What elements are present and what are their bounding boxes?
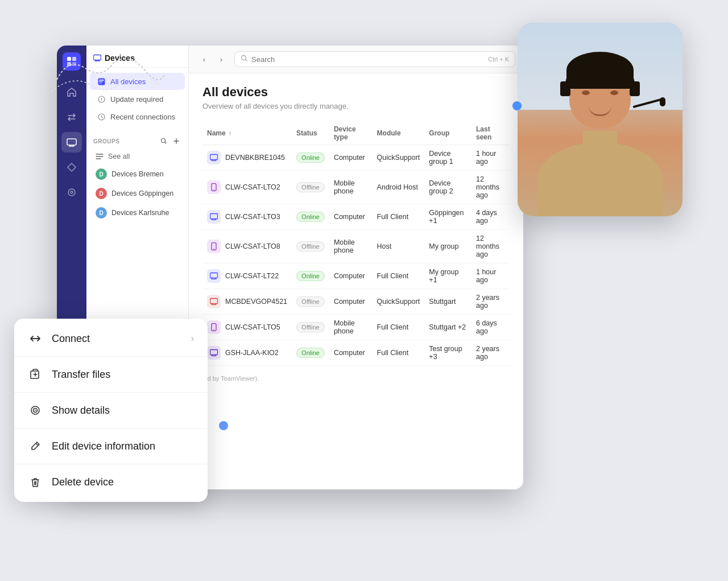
table-row[interactable]: CLW-CSAT-LTO3 Online Computer Full Clien…	[202, 204, 510, 230]
context-menu: Connect › Transfer files Show details Ed…	[14, 319, 208, 502]
col-module[interactable]: Module	[373, 122, 425, 145]
nav-circle-icon[interactable]	[61, 182, 82, 203]
device-type-cell: Computer	[329, 145, 373, 171]
delete-device-label: Delete device	[52, 476, 114, 488]
col-last-seen[interactable]: Last seen	[471, 122, 510, 145]
sidebar-item-update-required[interactable]: Update required	[90, 90, 185, 108]
last-seen-cell: 12 months ago	[471, 230, 510, 263]
context-menu-show-details[interactable]: Show details	[14, 395, 208, 426]
transfer-files-label: Transfer files	[52, 369, 110, 381]
group-cell: Test group +3	[424, 340, 471, 366]
see-all-label: See all	[108, 153, 130, 160]
table-row[interactable]: CLW-CSAT-LTO2 Offline Mobile phone Andro…	[202, 171, 510, 204]
nav-devices-icon[interactable]	[61, 132, 82, 153]
svg-rect-1	[72, 57, 76, 61]
recent-connections-icon	[97, 112, 106, 121]
show-details-icon	[28, 403, 43, 418]
svg-rect-27	[210, 350, 218, 355]
group-item-bremen[interactable]: D Devices Bremen	[89, 165, 186, 183]
edit-device-icon	[28, 439, 43, 454]
sidebar-nav: All devices Update required Recent conne…	[86, 68, 188, 130]
device-type-cell: Computer	[329, 340, 373, 366]
search-groups-button[interactable]	[159, 136, 169, 146]
last-seen-cell: 1 hour ago	[471, 263, 510, 289]
device-type-cell: Mobile phone	[329, 315, 373, 340]
group-item-goeppingen[interactable]: D Devices Göppingen	[89, 184, 186, 203]
back-button[interactable]: ‹	[197, 52, 212, 67]
group-karlsruhe-label: Devices Karlsruhe	[111, 209, 169, 217]
menu-divider-3	[14, 428, 208, 428]
group-item-karlsruhe[interactable]: D Devices Karlsruhe	[89, 204, 186, 222]
svg-rect-10	[99, 81, 103, 82]
col-group[interactable]: Group	[424, 122, 471, 145]
device-name: CLW-CSAT-LTO2	[225, 183, 280, 191]
svg-point-16	[242, 56, 246, 60]
status-badge: Online	[296, 153, 325, 163]
status-badge: Offline	[296, 182, 325, 192]
table-row[interactable]: MCBDEVGOP4521 Offline Computer QuickSupp…	[202, 289, 510, 315]
context-menu-transfer-files[interactable]: Transfer files	[14, 359, 208, 390]
context-menu-delete-device[interactable]: Delete device	[14, 467, 208, 497]
last-seen-cell: 2 years ago	[471, 340, 510, 366]
svg-rect-11	[99, 83, 102, 84]
connection-dot-1	[512, 101, 522, 110]
add-group-button[interactable]	[171, 136, 181, 146]
status-badge: Offline	[296, 322, 325, 332]
table-body: DEVNBKBRE1045 Online Computer QuickSuppo…	[202, 145, 510, 366]
nav-diamond-icon[interactable]	[61, 157, 82, 178]
device-name: CLW-CSAT-LTO8	[225, 242, 280, 250]
all-devices-icon	[97, 77, 106, 86]
table-row[interactable]: CLW-CSAT-LTO8 Offline Mobile phone Host …	[202, 230, 510, 263]
svg-rect-20	[210, 214, 218, 219]
col-device-type[interactable]: Device type	[329, 122, 373, 145]
svg-rect-7	[94, 55, 101, 60]
delete-device-icon	[28, 475, 43, 489]
sidebar-item-recent-connections[interactable]: Recent connections	[90, 108, 185, 125]
search-icon	[241, 55, 248, 64]
device-type-cell: Computer	[329, 204, 373, 230]
profile-image	[518, 23, 682, 216]
groups-actions	[159, 136, 181, 146]
devices-table: Name ↑ Status Device type Module Group L…	[202, 122, 510, 366]
svg-point-6	[71, 191, 73, 193]
connect-chevron: ›	[191, 333, 194, 344]
module-cell: Android Host	[373, 171, 425, 204]
module-cell: QuickSupport	[373, 145, 425, 171]
device-type-cell: Computer	[329, 263, 373, 289]
sidebar-devices-header-icon	[93, 54, 101, 62]
table-row[interactable]: DEVNBKBRE1045 Online Computer QuickSuppo…	[202, 145, 510, 171]
table-row[interactable]: CLW-CSAT-LT22 Online Computer Full Clien…	[202, 263, 510, 289]
svg-rect-0	[67, 57, 71, 61]
nav-transfer-icon[interactable]	[61, 107, 82, 127]
nav-home-icon[interactable]	[61, 82, 82, 102]
search-input[interactable]	[251, 55, 485, 64]
logo-icon	[66, 56, 77, 67]
table-row[interactable]: CLW-CSAT-LTO5 Offline Mobile phone Full …	[202, 315, 510, 340]
menu-divider-1	[14, 356, 208, 357]
menu-divider-2	[14, 392, 208, 393]
last-seen-cell: 6 days ago	[471, 315, 510, 340]
connection-dot-2	[219, 421, 228, 430]
forward-button[interactable]: ›	[214, 52, 229, 67]
connect-label: Connect	[52, 333, 90, 345]
update-required-label: Update required	[110, 95, 163, 104]
col-name[interactable]: Name ↑	[202, 122, 292, 145]
group-bremen-label: Devices Bremen	[111, 170, 164, 178]
last-seen-cell: 4 days ago	[471, 204, 510, 230]
svg-rect-3	[72, 62, 76, 66]
sidebar-header: Devices	[86, 46, 188, 68]
col-status[interactable]: Status	[292, 122, 329, 145]
see-all-item[interactable]: See all	[89, 149, 186, 164]
module-cell: Host	[373, 230, 425, 263]
page-title: All devices	[202, 85, 510, 100]
module-cell: Full Client	[373, 340, 425, 366]
context-menu-connect[interactable]: Connect ›	[14, 323, 208, 354]
table-row[interactable]: GSH-JLAA-KIO2 Online Computer Full Clien…	[202, 340, 510, 366]
svg-point-22	[213, 249, 214, 250]
device-type-cell: Mobile phone	[329, 230, 373, 263]
sidebar-item-all-devices[interactable]: All devices	[90, 73, 185, 90]
svg-point-31	[35, 410, 36, 411]
context-menu-edit-device[interactable]: Edit device information	[14, 431, 208, 461]
device-name: DEVNBKBRE1045	[225, 154, 285, 162]
status-badge: Online	[296, 212, 325, 222]
